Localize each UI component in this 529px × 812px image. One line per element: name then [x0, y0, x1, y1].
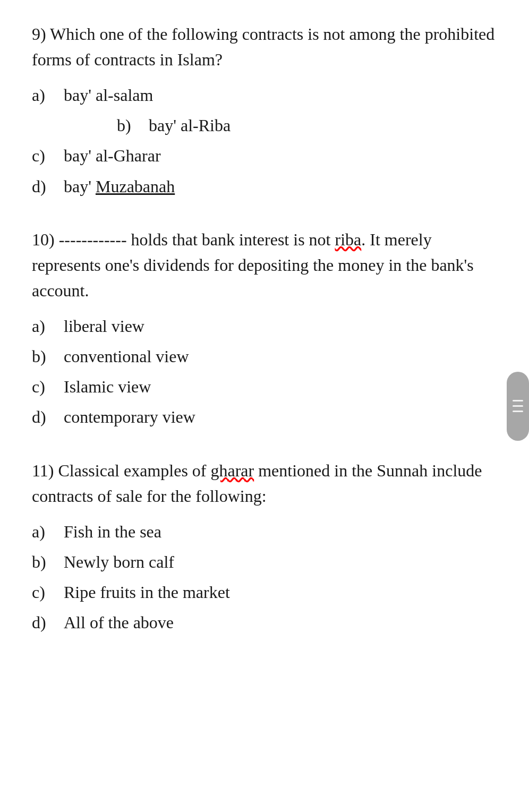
question-9: 9) Which one of the following contracts …: [32, 21, 497, 200]
option-label: a): [32, 518, 64, 545]
list-item: d) All of the above: [32, 609, 497, 636]
option-text: Newly born calf: [64, 549, 174, 576]
list-item: a) liberal view: [32, 313, 497, 340]
list-item: c) bay' al-Gharar: [32, 142, 497, 169]
wavy-gharar: gharar: [211, 461, 254, 480]
option-text: bay' al-salam: [64, 82, 153, 109]
option-label: b): [32, 549, 64, 576]
list-item: d) contemporary view: [32, 404, 497, 431]
list-item: b) bay' al-Riba: [32, 112, 497, 139]
question-9-body: Which one of the following contracts is …: [32, 24, 494, 69]
option-text: bay' al-Gharar: [64, 142, 161, 169]
list-item: b) conventional view: [32, 343, 497, 370]
scrollbar-line: [513, 411, 523, 412]
option-label: d): [32, 609, 64, 636]
option-label: a): [32, 313, 64, 340]
question-11-options: a) Fish in the sea b) Newly born calf c)…: [32, 518, 497, 637]
option-text: Fish in the sea: [64, 518, 161, 545]
option-label: d): [32, 404, 64, 431]
list-item: b) Newly born calf: [32, 549, 497, 576]
question-10-body: ------------ holds that bank interest is…: [32, 230, 474, 300]
question-11-body: Classical examples of gharar mentioned i…: [32, 461, 482, 506]
list-item: c) Ripe fruits in the market: [32, 579, 497, 606]
question-10-options: a) liberal view b) conventional view c) …: [32, 313, 497, 431]
option-text: contemporary view: [64, 404, 195, 431]
question-11-text: 11) Classical examples of gharar mention…: [32, 458, 497, 509]
option-text: bay' Muzabanah: [64, 173, 175, 200]
scrollbar-line: [513, 400, 523, 401]
option-text: Islamic view: [64, 373, 151, 400]
question-10: 10) ------------ holds that bank interes…: [32, 227, 497, 431]
option-text: Ripe fruits in the market: [64, 579, 230, 606]
option-label: c): [32, 373, 64, 400]
wavy-riba: riba: [335, 230, 361, 249]
list-item: d) bay' Muzabanah: [32, 173, 497, 200]
option-label: d): [32, 173, 64, 200]
option-label: b): [32, 343, 64, 370]
option-text: liberal view: [64, 313, 144, 340]
option-label: c): [32, 579, 64, 606]
option-text: All of the above: [64, 609, 174, 636]
option-text: conventional view: [64, 343, 189, 370]
scrollbar-lines: [513, 400, 523, 412]
option-label: a): [32, 82, 64, 109]
underlined-word: Muzabanah: [96, 177, 175, 196]
question-10-number: 10): [32, 230, 55, 249]
question-9-text: 9) Which one of the following contracts …: [32, 21, 497, 72]
question-9-number: 9): [32, 24, 46, 44]
option-text: bay' al-Riba: [149, 112, 231, 139]
scrollbar-line: [513, 405, 523, 407]
scrollbar-handle[interactable]: [507, 372, 529, 441]
option-label: c): [32, 142, 64, 169]
question-9-options: a) bay' al-salam b) bay' al-Riba c) bay'…: [32, 82, 497, 200]
list-item: a) bay' al-salam: [32, 82, 497, 109]
list-item: c) Islamic view: [32, 373, 497, 400]
option-label: b): [117, 112, 149, 139]
question-10-text: 10) ------------ holds that bank interes…: [32, 227, 497, 303]
list-item: a) Fish in the sea: [32, 518, 497, 545]
question-11-number: 11): [32, 461, 54, 480]
question-11: 11) Classical examples of gharar mention…: [32, 458, 497, 637]
